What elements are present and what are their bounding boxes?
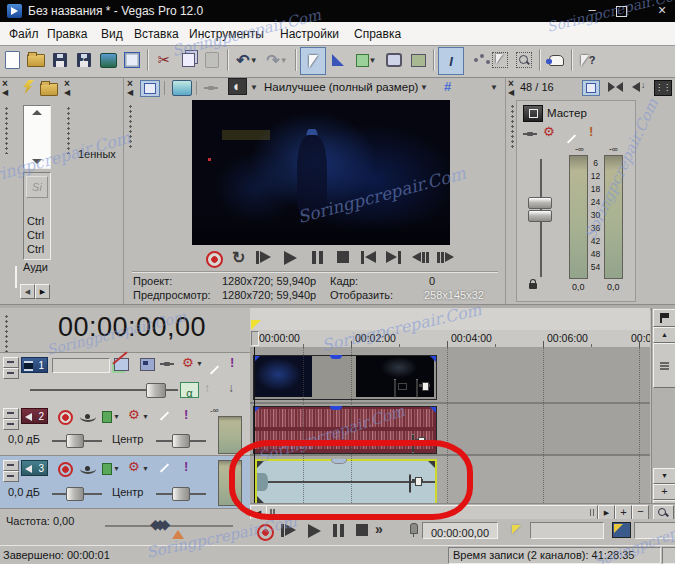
- track2-arm-record-button[interactable]: [58, 410, 73, 425]
- track3-pan[interactable]: Центр: [112, 486, 144, 498]
- whats-this-help-button[interactable]: ?: [576, 47, 600, 73]
- master-fader-handle[interactable]: [528, 197, 552, 222]
- playhead-handle[interactable]: [251, 331, 259, 346]
- mixer-properties-button[interactable]: [582, 80, 600, 96]
- dock1-collapse-button[interactable]: ◀: [2, 88, 8, 97]
- ignore-grouping-button[interactable]: [406, 47, 430, 73]
- marker-tool-button[interactable]: [653, 309, 675, 327]
- menu-file[interactable]: Файл: [9, 27, 39, 41]
- project-properties-button[interactable]: [140, 80, 160, 97]
- envelope-points-button[interactable]: [464, 47, 488, 73]
- time-display[interactable]: 00:00:00,00: [28, 312, 236, 343]
- preview-collapse-button[interactable]: ◀: [127, 88, 133, 97]
- track3-header[interactable]: 3 ▼ ⚙ ▼ ! 0,0 дБ Центр: [0, 456, 250, 509]
- track1-gear-icon[interactable]: ⚙: [182, 356, 194, 369]
- vscroll-thumb[interactable]: [653, 343, 675, 388]
- menu-options[interactable]: Настройки: [280, 27, 339, 41]
- tl-more-button[interactable]: »: [375, 521, 383, 537]
- vscroll-up-button[interactable]: ▲: [653, 327, 675, 343]
- next-frame-button[interactable]: [437, 252, 454, 263]
- track3-fx-dropdown-icon[interactable]: ▼: [113, 465, 120, 472]
- selection-edit-tool-button[interactable]: ▼: [350, 47, 382, 73]
- ctrl-item-2[interactable]: Ctrl: [27, 229, 44, 241]
- select-region-button[interactable]: [488, 47, 512, 73]
- overlays-grid-icon[interactable]: #: [444, 79, 451, 94]
- auto-ripple-button[interactable]: I: [438, 47, 464, 75]
- track2-fx-dropdown-icon[interactable]: ▼: [113, 413, 120, 420]
- interactive-hand-button[interactable]: [544, 47, 568, 73]
- go-to-end-button[interactable]: [386, 251, 401, 264]
- hzoom-out-button[interactable]: −: [632, 505, 649, 520]
- track3-pan-handle[interactable]: [172, 487, 190, 501]
- scroll-down-icon[interactable]: [32, 159, 42, 164]
- open-button[interactable]: [24, 47, 48, 73]
- track2-minimize-button[interactable]: [3, 408, 19, 419]
- vzoom-in-button[interactable]: +: [653, 484, 675, 500]
- track1-minimize-button[interactable]: [3, 357, 19, 368]
- save-button[interactable]: [48, 47, 72, 73]
- master-record-gear-icon[interactable]: ⚙: [543, 125, 555, 138]
- tl-play-button[interactable]: [308, 524, 321, 538]
- track1-restore-button[interactable]: [3, 368, 19, 379]
- track3-icon[interactable]: 3: [21, 460, 48, 476]
- marker-bar[interactable]: [250, 308, 650, 331]
- menu-view[interactable]: Вид: [101, 27, 123, 41]
- folder-small-icon[interactable]: [40, 83, 58, 96]
- external-monitor-button[interactable]: [172, 80, 192, 96]
- track3-volume[interactable]: 0,0 дБ: [8, 486, 40, 498]
- scroll-up-icon[interactable]: [32, 110, 42, 115]
- zoom-tool-button[interactable]: [512, 47, 536, 73]
- track3-envelope-icon[interactable]: [80, 464, 96, 474]
- downmix-button[interactable]: [608, 82, 615, 92]
- properties-button[interactable]: [120, 47, 144, 73]
- split-screen-icon[interactable]: ◐: [228, 78, 247, 95]
- go-to-start-button[interactable]: [361, 251, 376, 264]
- track2-gear-dropdown-icon[interactable]: ▼: [142, 413, 149, 420]
- dock1-grip[interactable]: [4, 106, 9, 154]
- video-event-fx-icon[interactable]: [416, 379, 418, 398]
- track1-solo-icon[interactable]: !: [230, 355, 234, 370]
- timeline-start-marker[interactable]: [251, 320, 261, 330]
- menu-help[interactable]: Справка: [354, 27, 401, 41]
- track1-header[interactable]: 1 ⚙ ▼ ! α ↑ ↓: [0, 352, 250, 405]
- track2-icon[interactable]: 2: [21, 408, 48, 424]
- track2-header[interactable]: 2 ▼ ⚙ ▼ ! -∞ 0,0 дБ Центр: [0, 404, 250, 456]
- dim-output-button[interactable]: [632, 82, 640, 92]
- track3-volume-handle[interactable]: [66, 487, 84, 501]
- track1-parent-icon[interactable]: [140, 358, 155, 371]
- close-button[interactable]: ×: [650, 2, 674, 18]
- ctrl-item-1[interactable]: Ctrl: [27, 215, 44, 227]
- undo-button[interactable]: ↶▼: [232, 47, 262, 73]
- tl-record-button[interactable]: [257, 524, 274, 541]
- quality-dropdown-icon[interactable]: ▼: [420, 83, 428, 92]
- track2-envelope-icon[interactable]: [80, 412, 96, 422]
- ctrl-item-3[interactable]: Ctrl: [27, 243, 44, 255]
- master-fx-icon[interactable]: [523, 131, 537, 137]
- cut-button[interactable]: ✂: [152, 47, 176, 73]
- normal-edit-tool-button[interactable]: [300, 47, 326, 75]
- copy-button[interactable]: [176, 47, 200, 73]
- dock1-scroll-left-button[interactable]: ◀: [20, 284, 35, 299]
- render-as-button[interactable]: [96, 47, 120, 73]
- hzoom-in-button[interactable]: +: [615, 505, 632, 520]
- lock-fader-icon[interactable]: [529, 283, 537, 289]
- track1-child-down-icon[interactable]: ↓: [228, 381, 234, 395]
- track2-volume[interactable]: 0,0 дБ: [8, 433, 40, 445]
- prev-frame-button[interactable]: [412, 252, 429, 263]
- video-event[interactable]: [253, 355, 437, 400]
- time-ruler[interactable]: 00:00:00 00:02:00 00:04:00 00:06:00 00:0…: [250, 330, 650, 348]
- track2-solo-icon[interactable]: !: [184, 407, 188, 422]
- mixer-grip[interactable]: [510, 104, 515, 149]
- maximize-button[interactable]: [616, 6, 627, 17]
- tl-play-from-start-button[interactable]: [281, 524, 296, 537]
- region-name-box[interactable]: [634, 522, 675, 539]
- track3-gear-icon[interactable]: ⚙: [128, 460, 140, 473]
- track3-solo-icon[interactable]: !: [184, 459, 188, 474]
- track2-restore-button[interactable]: [3, 419, 19, 430]
- record-button[interactable]: [206, 251, 223, 268]
- dock1-scroll-right-button[interactable]: ▶: [35, 284, 50, 299]
- timeline-grip[interactable]: [4, 314, 9, 356]
- track1-compositing-button[interactable]: α: [180, 382, 199, 398]
- track3-fx-chain-icon[interactable]: [102, 463, 112, 475]
- track1-level-handle[interactable]: [146, 383, 166, 398]
